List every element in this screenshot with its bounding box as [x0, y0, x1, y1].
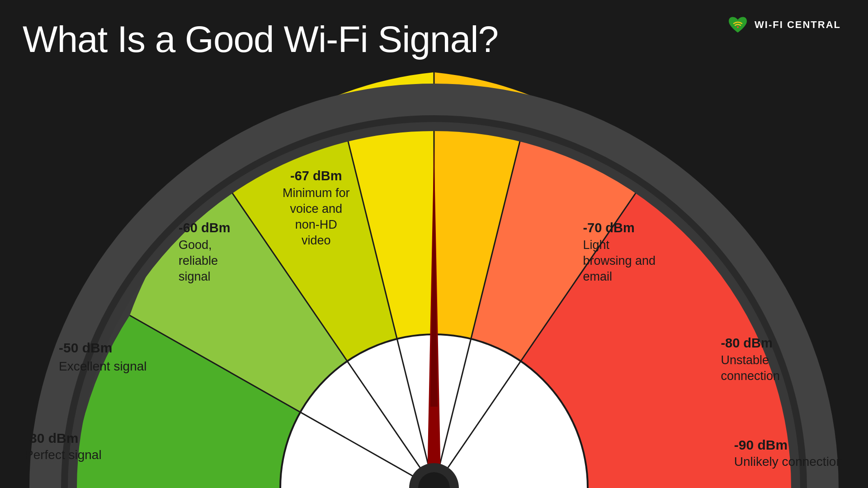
signal-label-50: -50 dBm Excellent signal — [59, 338, 147, 375]
signal-label-90: -90 dBm Unlikely connection — [734, 436, 843, 470]
signal-label-60: -60 dBm Good,reliablesignal — [179, 219, 230, 285]
signal-label-30: -30 dBm Perfect signal — [25, 429, 102, 463]
gauge-svg — [0, 0, 868, 488]
signal-label-70: -70 dBm Lightbrowsing andemail — [583, 219, 656, 285]
signal-label-80: -80 dBm Unstableconnection — [721, 334, 780, 384]
signal-label-67: -67 dBm Minimum forvoice andnon-HDvideo — [283, 167, 350, 249]
